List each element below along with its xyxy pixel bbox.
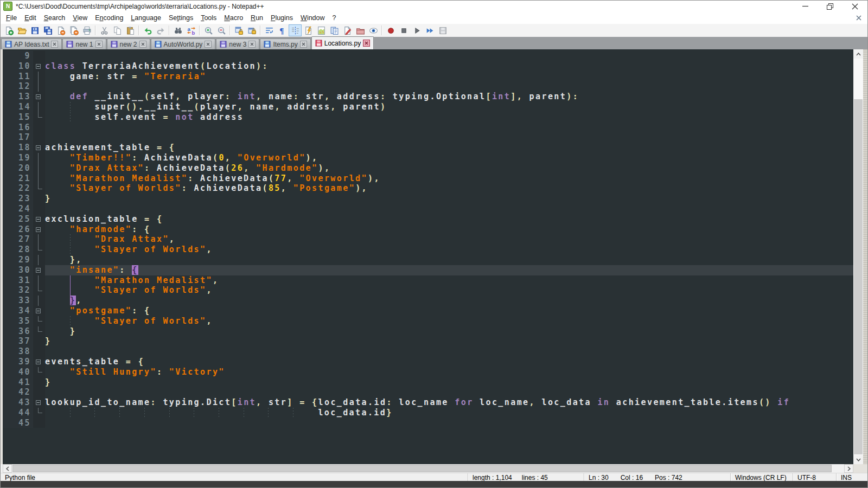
code-line-text[interactable] — [45, 387, 853, 397]
print-button[interactable] — [80, 24, 93, 36]
menu-file[interactable]: File — [2, 13, 21, 23]
document-map-button[interactable] — [315, 24, 328, 36]
tab-close-icon[interactable] — [363, 40, 370, 47]
menu-help[interactable]: ? — [329, 13, 340, 23]
fold-marker[interactable] — [36, 400, 41, 405]
folder-as-workspace-button[interactable] — [354, 24, 367, 36]
fold-margin[interactable] — [33, 92, 45, 102]
code-line-text[interactable]: super().__init__(player, name, address, … — [45, 102, 853, 112]
fold-margin[interactable] — [33, 61, 45, 72]
code-line-text[interactable]: "Marathon Medalist": AchieveData(77, "Ov… — [45, 174, 853, 184]
menu-tools[interactable]: Tools — [197, 13, 220, 23]
scroll-left-arrow[interactable] — [3, 464, 12, 473]
code-line-text[interactable]: } — [45, 336, 853, 346]
macro-record-button[interactable] — [384, 24, 397, 36]
show-indent-guide-button[interactable] — [289, 24, 302, 36]
code-line-text[interactable]: lookup_id_to_name: typing.Dict[int, str]… — [45, 397, 853, 408]
vertical-scrollbar[interactable] — [853, 49, 863, 464]
tab-ap-ideas-txt[interactable]: AP Ideas.txt — [1, 38, 62, 49]
sync-vertical-scroll-button[interactable] — [232, 24, 245, 36]
code-line-text[interactable]: "postgame": { — [45, 306, 853, 316]
code-line-text[interactable]: "Slayer of Worlds", — [45, 316, 853, 326]
fold-margin[interactable] — [33, 214, 45, 224]
horizontal-scrollbar[interactable] — [3, 464, 853, 473]
fold-marker[interactable] — [36, 94, 41, 99]
find-button[interactable] — [171, 24, 184, 36]
fold-margin[interactable] — [33, 224, 45, 235]
tab-locations-py[interactable]: Locations.py — [311, 36, 374, 49]
fold-margin[interactable] — [33, 265, 45, 275]
code-line-text[interactable]: "Drax Attax", — [45, 234, 853, 245]
macro-save-button[interactable] — [436, 24, 449, 36]
editor[interactable]: 910class TerrariaAchievement(Location):1… — [3, 49, 853, 464]
zoom-out-button[interactable] — [215, 24, 228, 36]
code-line-text[interactable]: "Marathon Medalist", — [45, 275, 853, 286]
code-line-text[interactable] — [45, 418, 853, 428]
show-all-characters-button[interactable]: ¶ — [276, 24, 289, 36]
fold-margin[interactable] — [33, 397, 45, 408]
code-line-text[interactable]: loc_data.id} — [45, 408, 853, 418]
fold-marker[interactable] — [36, 64, 41, 69]
fold-marker[interactable] — [36, 227, 41, 232]
redo-button[interactable] — [154, 24, 167, 36]
fold-margin[interactable] — [33, 306, 45, 316]
menu-search[interactable]: Search — [40, 13, 69, 23]
code-line-text[interactable]: "Slayer of Worlds": AchieveData(85, "Pos… — [45, 183, 853, 194]
code-line-text[interactable]: achievement_table = { — [45, 143, 853, 153]
menubar-close-document-button[interactable] — [854, 14, 863, 22]
tab-new-1[interactable]: new 1 — [62, 38, 106, 49]
tab-close-icon[interactable] — [248, 41, 256, 48]
code-line-text[interactable]: } — [45, 194, 853, 204]
menu-settings[interactable]: Settings — [165, 13, 197, 23]
code-line-text[interactable]: } — [45, 326, 853, 337]
code-line-text[interactable] — [45, 123, 853, 133]
code-line-text[interactable] — [45, 132, 853, 143]
tab-new-2[interactable]: new 2 — [107, 38, 150, 49]
horizontal-scroll-thumb[interactable] — [12, 465, 832, 472]
minimize-button[interactable] — [793, 1, 818, 12]
replace-button[interactable]: ab — [184, 24, 197, 36]
tab-close-icon[interactable] — [139, 41, 146, 48]
sync-horizontal-scroll-button[interactable] — [245, 24, 258, 36]
tab-close-icon[interactable] — [51, 41, 58, 48]
word-wrap-button[interactable] — [263, 24, 276, 36]
code-line-text[interactable] — [45, 81, 853, 92]
code-line-text[interactable]: "Drax Attax": AchieveData(26, "Hardmode"… — [45, 163, 853, 174]
restore-button[interactable] — [818, 1, 843, 12]
monitoring-button[interactable] — [367, 24, 380, 36]
menu-window[interactable]: Window — [297, 13, 328, 23]
code-line-text[interactable]: }, — [45, 255, 853, 265]
save-all-button[interactable] — [41, 24, 54, 36]
fold-marker[interactable] — [36, 268, 41, 273]
code-line-text[interactable]: exclusion_table = { — [45, 214, 853, 224]
menu-plugins[interactable]: Plugins — [267, 13, 297, 23]
close-all-button[interactable] — [67, 24, 80, 36]
close-button[interactable] — [54, 24, 67, 36]
menu-macro[interactable]: Macro — [220, 13, 247, 23]
scroll-right-arrow[interactable] — [844, 464, 853, 473]
code-line-text[interactable]: "Still Hungry": "Victory" — [45, 367, 853, 377]
close-button[interactable] — [843, 1, 867, 12]
code-line-text[interactable]: "Slayer of Worlds", — [45, 245, 853, 255]
tab-close-icon[interactable] — [300, 41, 307, 48]
code-line-text[interactable] — [45, 346, 853, 357]
code-line-text[interactable]: events_table = { — [45, 357, 853, 367]
macro-run-multiple-button[interactable] — [423, 24, 436, 36]
code-line-text[interactable]: class TerrariaAchievement(Location): — [45, 61, 853, 72]
fold-marker[interactable] — [36, 217, 41, 222]
menu-edit[interactable]: Edit — [21, 13, 40, 23]
menu-view[interactable]: View — [69, 13, 91, 23]
code-line-text[interactable]: def __init__(self, player: int, name: st… — [45, 92, 853, 102]
code-line-text[interactable]: game: str = "Terraria" — [45, 72, 853, 82]
tab-autoworld-py[interactable]: AutoWorld.py — [151, 38, 216, 49]
code-line-text[interactable]: "Timber!!": AchieveData(0, "Overworld"), — [45, 153, 853, 163]
fold-marker[interactable] — [36, 145, 41, 150]
save-button[interactable] — [28, 24, 41, 36]
tab-close-icon[interactable] — [95, 41, 103, 48]
fold-margin[interactable] — [33, 143, 45, 153]
open-file-button[interactable] — [15, 24, 28, 36]
scroll-down-arrow[interactable] — [853, 455, 863, 464]
copy-button[interactable] — [111, 24, 124, 36]
fold-marker[interactable] — [36, 359, 41, 364]
code-line-text[interactable]: self.event = not address — [45, 112, 853, 123]
